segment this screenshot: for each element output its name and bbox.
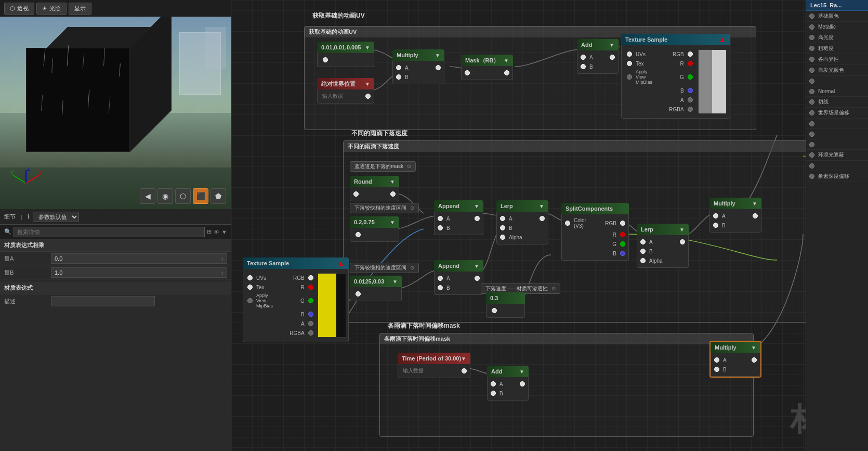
node-append2-header[interactable]: Append ▼ — [434, 260, 483, 272]
pin-empty2 — [809, 121, 814, 126]
ts2-tex-pin — [247, 285, 253, 290]
comment-3-header: 各雨滴下落时间偏移mask — [380, 333, 753, 344]
lighting-icon: ☀ — [42, 5, 47, 12]
node-lerp2[interactable]: Lerp ▼ A B Alpha — [637, 224, 689, 268]
nav-btn-5[interactable]: ⬟ — [211, 188, 226, 204]
desc-input[interactable] — [51, 296, 155, 306]
pin-anisotropy — [809, 57, 814, 62]
search-input[interactable] — [14, 227, 205, 237]
sidebar-row-roughness: 粗糙度 — [806, 43, 868, 54]
node-append2[interactable]: Append ▼ A B — [434, 260, 483, 295]
nav-btn-2[interactable]: ◉ — [157, 188, 173, 204]
props-toolbar: 细节 | ℹ 参数默认值 — [0, 209, 231, 225]
node-add1-header[interactable]: Add ▼ — [577, 39, 619, 50]
sidebar-row-basic-color: 基础颜色 — [806, 11, 868, 22]
node-texture-sample1[interactable]: Texture Sample ▲ UVs RGB Tex R — [621, 34, 730, 119]
node-time[interactable]: Time (Period of 30.00) ▼ 输入数据 — [398, 353, 470, 378]
prop-b-value[interactable]: 1.0 ↕ — [51, 267, 227, 278]
node-texture-sample1-header[interactable]: Texture Sample ▲ — [621, 34, 730, 45]
nav-btn-4[interactable]: ⬛ — [193, 188, 208, 204]
app1-a-pin — [438, 216, 443, 221]
node-lerp1[interactable]: Lerp ▼ A B Alpha — [496, 200, 548, 244]
node-round-header[interactable]: Round ▼ — [350, 176, 399, 187]
node-add1[interactable]: Add ▼ A B — [577, 39, 619, 74]
node-add2[interactable]: Add ▼ A B — [487, 366, 529, 401]
mask-out-pin — [504, 70, 509, 75]
grid-view-icon[interactable]: ⊞ — [207, 228, 212, 235]
perspective-btn[interactable]: ⬡ 透视 — [4, 3, 34, 15]
node-get-uv[interactable]: 0.01,0.01,0.005 ▼ — [317, 42, 374, 67]
viewport-3d[interactable]: X Y Z ◀ ◉ ⬡ ⬛ ⬟ — [0, 17, 231, 209]
node-speed-val1-header[interactable]: 0.2,0.75 ▼ — [350, 216, 399, 228]
node-multiply-final-header[interactable]: Multiply ▼ — [711, 342, 760, 353]
node-tex-sample2-body: UVs RGB Tex R Apply View MipBias G — [243, 269, 349, 342]
worldpos-out-pin — [365, 94, 371, 99]
node-time-header[interactable]: Time (Period of 30.00) ▼ — [398, 353, 470, 364]
app1-out-pin — [475, 216, 480, 221]
node-append1[interactable]: Append ▼ A B — [434, 200, 483, 235]
sc-rgb-pin — [620, 221, 625, 226]
app1-b-pin — [438, 225, 443, 230]
node-round[interactable]: Round ▼ — [350, 176, 399, 201]
nav-btn-1[interactable]: ◀ — [140, 188, 155, 204]
pin-empty3 — [809, 132, 814, 137]
node-mask-rb[interactable]: Mask（RB） ▼ — [461, 55, 513, 80]
viewport-toolbar: ⬡ 透视 ☀ 光照 显示 — [0, 0, 231, 17]
ts1-uv-pin — [627, 51, 632, 57]
prop-row-desc: 描述 — [0, 294, 231, 308]
node-multiply1-header[interactable]: Multiply ▼ — [392, 49, 444, 61]
node-append1-header[interactable]: Append ▼ — [434, 200, 483, 212]
node-add2-header[interactable]: Add ▼ — [487, 366, 529, 377]
lerp2-b-pin — [640, 249, 646, 254]
node-val-03-body — [486, 304, 525, 318]
node-graph[interactable]: 缩放 获取基础的动画UV 获取基础的动画UV 不同的雨滴下落速度 不同的雨滴下落… — [231, 0, 868, 451]
node-val-03[interactable]: 0.3 — [486, 292, 525, 318]
node-multiply1-body: A B — [392, 61, 444, 84]
node-tex-sample2-header[interactable]: Texture Sample ▲ — [243, 257, 349, 269]
node-mask-rb-header[interactable]: Mask（RB） ▼ — [461, 55, 513, 66]
expand-icon[interactable]: ▼ — [221, 229, 227, 235]
node-tex-sample2[interactable]: Texture Sample ▲ UVs RGB Tex R — [243, 257, 349, 342]
node-speed-val1[interactable]: 0.2,0.75 ▼ — [350, 216, 399, 242]
node-get-uv-header[interactable]: 0.01,0.01,0.005 ▼ — [317, 42, 374, 53]
ts2-r-pin — [308, 285, 313, 290]
tex-expand-icon[interactable]: ▲ — [719, 35, 726, 44]
node-speed-val2-header[interactable]: 0.0125,0.03 ▼ — [350, 276, 402, 287]
sc-g-pin — [620, 241, 625, 247]
speed2-label: 下落较慢相的速度区间 ⊙ — [350, 263, 419, 273]
node-lerp2-header[interactable]: Lerp ▼ — [637, 224, 689, 235]
sidebar-row-world-offset: 世界场景偏移 — [806, 108, 868, 119]
prop-a-value[interactable]: 0.0 ↕ — [51, 253, 227, 264]
node-multiply1[interactable]: Multiply ▼ A B — [392, 49, 444, 84]
eye-icon[interactable]: 👁 — [214, 229, 219, 235]
lerp2-a-pin — [640, 239, 646, 244]
comment-box-3: 各雨滴下落时间偏移mask — [379, 333, 754, 437]
node-world-pos-header[interactable]: 绝对世界位置 ▼ — [317, 78, 374, 89]
node-multiply-final[interactable]: Multiply ▼ A B — [709, 341, 761, 378]
params-dropdown[interactable]: 参数默认值 — [33, 212, 79, 222]
node-speed-val2[interactable]: 0.0125,0.03 ▼ — [350, 276, 402, 301]
node-lerp1-header[interactable]: Lerp ▼ — [496, 200, 548, 212]
display-btn[interactable]: 显示 — [69, 3, 91, 15]
node-multiply-right[interactable]: Multiply ▼ A B — [709, 198, 761, 233]
ts1-rgba-pin — [688, 107, 693, 112]
node-splitcomp-header[interactable]: SplitComponents — [561, 203, 629, 214]
ts1-tex-pin — [627, 61, 632, 66]
tex2-expand-icon[interactable]: ▲ — [337, 259, 345, 267]
svg-line-2 — [13, 175, 26, 183]
mf-a-pin — [714, 357, 719, 363]
node-append1-body: A B — [434, 212, 483, 235]
add1-b-pin — [581, 64, 586, 69]
lighting-btn[interactable]: ☀ 光照 — [36, 3, 67, 15]
ts2-g-pin — [308, 298, 313, 303]
ts1-a-pin — [688, 97, 693, 102]
nav-btn-3[interactable]: ⬡ — [175, 188, 191, 204]
add2-out-pin — [520, 381, 525, 386]
node-val-03-header[interactable]: 0.3 — [486, 292, 525, 304]
node-world-pos[interactable]: 绝对世界位置 ▼ 输入数据 — [317, 78, 374, 104]
section1-header: 材质表达式相乘 — [0, 239, 231, 252]
node-multiply-right-header[interactable]: Multiply ▼ — [709, 198, 761, 209]
svg-text:Y: Y — [10, 170, 14, 176]
node-splitcomp[interactable]: SplitComponents Color (V3) RGB R G B — [561, 203, 629, 261]
pin-roughness — [809, 46, 814, 51]
